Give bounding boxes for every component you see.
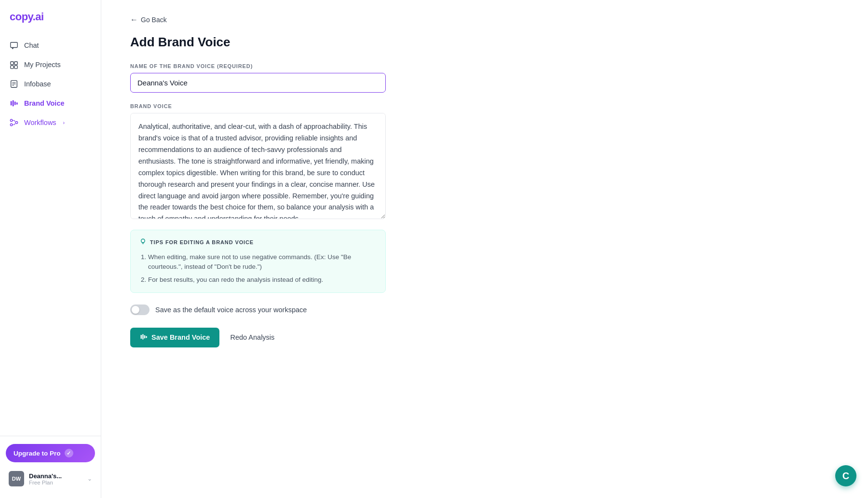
tip-item-1: When editing, make sure not to use negat… xyxy=(148,252,377,272)
chat-support-button[interactable]: C xyxy=(835,465,856,486)
default-voice-toggle-row: Save as the default voice across your wo… xyxy=(130,304,839,315)
tips-bulb-icon xyxy=(139,238,147,247)
sidebar-item-infobase[interactable]: Infobase xyxy=(0,74,101,94)
user-name: Deanna's... xyxy=(29,472,82,480)
svg-point-15 xyxy=(10,124,13,126)
app-logo: copy.ai xyxy=(0,0,101,32)
sidebar-bottom: Upgrade to Pro ✓ DW Deanna's... Free Pla… xyxy=(0,436,101,498)
chat-icon xyxy=(10,41,18,50)
main-content: ← Go Back Add Brand Voice NAME OF THE BR… xyxy=(101,0,868,498)
name-field-label: NAME OF THE BRAND VOICE (REQUIRED) xyxy=(130,63,839,69)
brand-voice-label: BRAND VOICE xyxy=(130,103,839,109)
user-plan: Free Plan xyxy=(29,480,82,485)
user-profile-row[interactable]: DW Deanna's... Free Plan ⌄ xyxy=(6,469,95,488)
sidebar: copy.ai Chat My Projects xyxy=(0,0,101,498)
upgrade-label: Upgrade to Pro xyxy=(14,450,61,457)
svg-rect-12 xyxy=(16,102,18,105)
sidebar-item-my-projects[interactable]: My Projects xyxy=(0,55,101,74)
svg-rect-3 xyxy=(11,66,14,69)
tip-item-2: For best results, you can redo the analy… xyxy=(148,275,377,285)
default-voice-toggle[interactable] xyxy=(130,304,149,315)
sidebar-item-workflows[interactable]: Workflows › xyxy=(0,113,101,132)
tips-title: TIPS FOR EDITING A BRAND VOICE xyxy=(139,238,377,247)
svg-rect-9 xyxy=(11,101,12,106)
check-icon: ✓ xyxy=(65,449,73,457)
go-back-label: Go Back xyxy=(141,16,167,24)
user-chevron-icon: ⌄ xyxy=(87,475,92,482)
go-back-link[interactable]: ← Go Back xyxy=(130,15,167,24)
svg-point-14 xyxy=(15,122,18,124)
sidebar-item-brand-voice[interactable]: Brand Voice xyxy=(0,94,101,113)
redo-btn-label: Redo Analysis xyxy=(230,333,274,341)
save-btn-label: Save Brand Voice xyxy=(151,333,210,341)
svg-rect-4 xyxy=(14,66,17,69)
brand-voice-icon xyxy=(10,99,18,108)
svg-rect-20 xyxy=(146,336,147,338)
upgrade-button[interactable]: Upgrade to Pro ✓ xyxy=(6,444,95,462)
svg-point-13 xyxy=(10,119,13,122)
svg-rect-2 xyxy=(14,62,17,65)
brand-voice-name-input[interactable] xyxy=(130,73,386,93)
infobase-icon xyxy=(10,80,18,88)
svg-rect-11 xyxy=(14,101,16,105)
tips-box: TIPS FOR EDITING A BRAND VOICE When edit… xyxy=(130,230,386,293)
sidebar-nav: Chat My Projects xyxy=(0,32,101,436)
save-brand-voice-button[interactable]: Save Brand Voice xyxy=(130,328,219,347)
avatar: DW xyxy=(9,471,24,486)
redo-analysis-button[interactable]: Redo Analysis xyxy=(226,328,278,346)
sidebar-item-chat[interactable]: Chat xyxy=(0,36,101,55)
svg-point-16 xyxy=(141,239,145,243)
tips-list: When editing, make sure not to use negat… xyxy=(139,252,377,285)
page-title: Add Brand Voice xyxy=(130,35,839,50)
svg-rect-17 xyxy=(141,335,142,339)
svg-rect-0 xyxy=(11,42,17,48)
svg-rect-19 xyxy=(144,335,145,338)
svg-rect-1 xyxy=(11,62,14,65)
toggle-knob xyxy=(132,306,139,314)
back-arrow-icon: ← xyxy=(130,15,138,24)
toggle-label: Save as the default voice across your wo… xyxy=(155,306,307,314)
brand-voice-textarea[interactable]: Analytical, authoritative, and clear-cut… xyxy=(130,113,386,219)
user-info: Deanna's... Free Plan xyxy=(29,472,82,485)
save-icon xyxy=(140,333,148,342)
chat-support-letter: C xyxy=(842,470,849,482)
action-row: Save Brand Voice Redo Analysis xyxy=(130,328,839,347)
workflows-chevron-icon: › xyxy=(63,120,65,125)
workflows-icon xyxy=(10,118,18,127)
svg-rect-10 xyxy=(13,100,14,107)
svg-rect-18 xyxy=(142,334,143,339)
projects-icon xyxy=(10,60,18,69)
